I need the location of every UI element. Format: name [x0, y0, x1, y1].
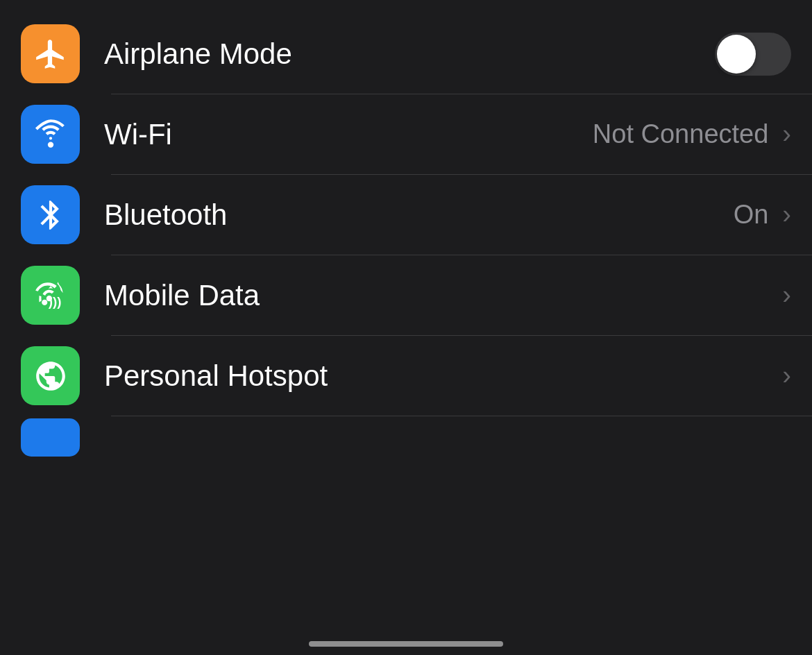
- mobile-data-chevron: ›: [782, 280, 791, 310]
- mobile-data-row[interactable]: ●))) Mobile Data ›: [0, 255, 812, 335]
- svg-text:●))): ●))): [40, 294, 61, 308]
- airplane-mode-toggle-knob: [717, 35, 756, 74]
- airplane-mode-row[interactable]: Airplane Mode: [0, 14, 812, 94]
- personal-hotspot-row[interactable]: Personal Hotspot ›: [0, 336, 812, 416]
- personal-hotspot-icon: [21, 346, 80, 405]
- bluetooth-value: On: [734, 200, 769, 230]
- wifi-row[interactable]: Wi-Fi Not Connected ›: [0, 94, 812, 174]
- airplane-mode-label: Airplane Mode: [104, 37, 715, 71]
- home-indicator: [309, 641, 503, 647]
- airplane-mode-icon: [21, 24, 80, 83]
- bluetooth-icon: [21, 185, 80, 244]
- wifi-value: Not Connected: [593, 119, 769, 149]
- settings-list: Airplane Mode Wi-Fi Not Connected › Blue…: [0, 0, 812, 458]
- mobile-data-label: Mobile Data: [104, 279, 779, 312]
- bluetooth-label: Bluetooth: [104, 198, 734, 232]
- mobile-data-icon: ●))): [21, 266, 80, 325]
- personal-hotspot-label: Personal Hotspot: [104, 359, 779, 393]
- wifi-label: Wi-Fi: [104, 118, 593, 151]
- svg-point-0: [47, 142, 53, 147]
- partial-row: [0, 416, 812, 458]
- personal-hotspot-chevron: ›: [782, 361, 791, 391]
- partial-icon: [21, 418, 80, 457]
- wifi-icon: [21, 105, 80, 164]
- bluetooth-row[interactable]: Bluetooth On ›: [0, 175, 812, 255]
- wifi-chevron: ›: [782, 119, 791, 149]
- airplane-mode-toggle[interactable]: [715, 33, 791, 76]
- bluetooth-chevron: ›: [782, 200, 791, 230]
- airplane-mode-toggle-track[interactable]: [715, 33, 791, 76]
